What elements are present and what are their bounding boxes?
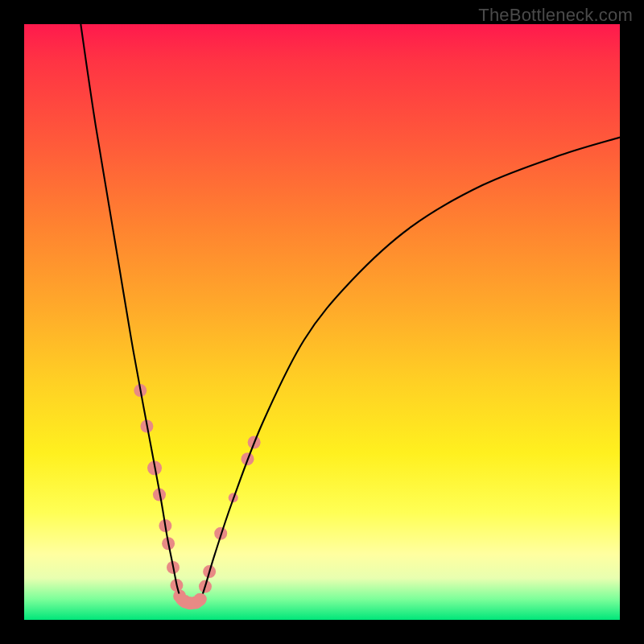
chart-frame: TheBottleneck.com	[0, 0, 644, 644]
plot-area	[24, 24, 620, 620]
curve-floor	[181, 599, 201, 604]
watermark-text: TheBottleneck.com	[478, 5, 633, 26]
marker-dots-group	[134, 384, 260, 609]
curve-right	[201, 138, 620, 600]
plot-svg	[24, 24, 620, 620]
curve-left	[80, 24, 180, 599]
